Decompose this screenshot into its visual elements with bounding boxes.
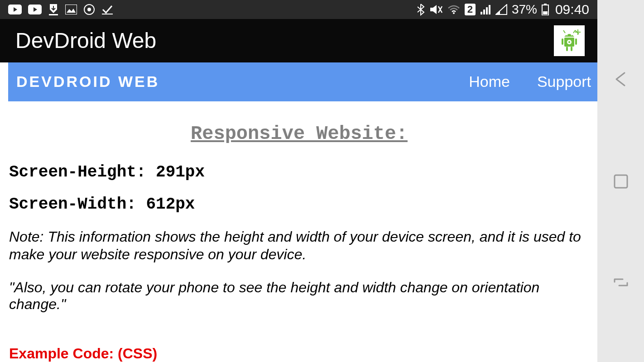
web-nav: DEVDROID WEB Home Support [8, 62, 597, 102]
status-bar: 2 37% 09:40 [0, 0, 597, 19]
recent-button[interactable] [612, 275, 630, 292]
note-rotation: "Also, you can rotate your phone to see … [9, 279, 589, 313]
svg-point-21 [568, 41, 570, 43]
status-left-icons [8, 3, 113, 16]
check-icon [101, 4, 113, 15]
signal-outline-icon [495, 4, 507, 15]
app-bar: DevDroid Web [0, 19, 597, 62]
svg-line-16 [563, 30, 565, 33]
mute-icon [429, 4, 443, 15]
svg-point-18 [567, 34, 568, 35]
signal-icon [480, 5, 491, 14]
svg-rect-15 [571, 47, 572, 51]
target-icon [83, 4, 95, 15]
page-heading: Responsive Website: [9, 123, 589, 145]
svg-rect-12 [562, 38, 563, 45]
sim-badge: 2 [465, 4, 476, 15]
wifi-icon [447, 5, 460, 14]
svg-rect-3 [65, 5, 77, 14]
nav-home[interactable]: Home [469, 73, 510, 90]
status-right-icons: 2 37% 09:40 [417, 2, 589, 17]
android-logo-icon[interactable] [554, 25, 585, 56]
youtube-icon [8, 5, 22, 14]
overview-button[interactable] [613, 173, 629, 191]
phone-screen: 2 37% 09:40 DevDroid Web [0, 0, 597, 362]
svg-point-5 [87, 8, 91, 11]
svg-rect-14 [566, 47, 568, 51]
code-heading: Example Code: (CSS) [9, 345, 589, 362]
bluetooth-icon [417, 3, 425, 16]
svg-point-19 [571, 34, 572, 35]
web-brand[interactable]: DEVDROID WEB [16, 73, 159, 90]
download-icon [48, 3, 59, 16]
svg-rect-6 [102, 14, 113, 14]
nav-links: Home Support [469, 73, 591, 90]
note-text: Note: This information shows the height … [9, 228, 589, 263]
youtube-icon [28, 5, 42, 14]
svg-point-7 [453, 12, 455, 14]
battery-icon [542, 4, 549, 15]
screen-height-value: Screen-Height: 291px [9, 163, 589, 181]
clock-time: 09:40 [555, 2, 589, 17]
svg-rect-10 [543, 11, 548, 14]
screen-width-value: Screen-Width: 612px [9, 195, 589, 214]
svg-rect-22 [615, 175, 627, 188]
nav-support[interactable]: Support [537, 73, 591, 90]
svg-rect-13 [575, 38, 577, 45]
back-button[interactable] [612, 70, 630, 90]
image-icon [65, 5, 77, 14]
content: Responsive Website: Screen-Height: 291px… [0, 101, 597, 362]
svg-line-17 [573, 30, 575, 33]
app-title: DevDroid Web [15, 28, 156, 53]
emulator-side-panel [597, 0, 644, 362]
battery-percent: 37% [512, 2, 537, 17]
svg-rect-2 [49, 14, 58, 15]
